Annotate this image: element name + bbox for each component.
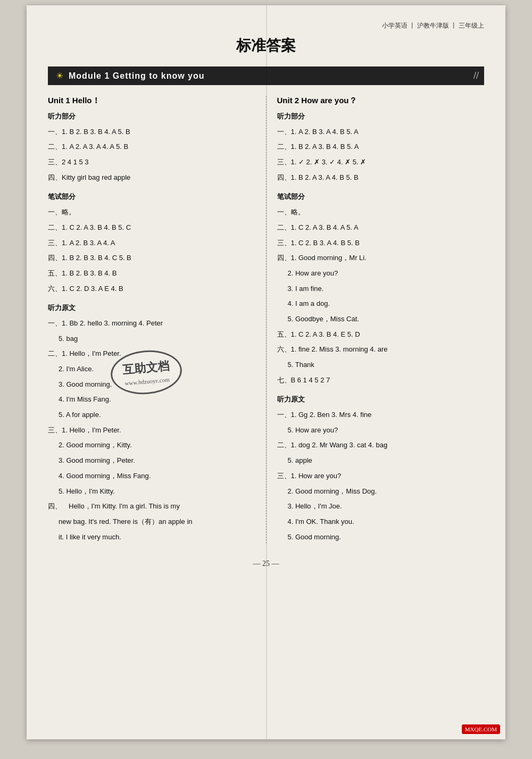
bulb-icon: ☀ (56, 71, 63, 81)
left-t1a: 一、1. Bb 2. hello 3. morning 4. Peter (48, 317, 255, 330)
unit1-title: Unit 1 Hello！ (48, 96, 255, 106)
right-t3c: 3. Hello，I'm Joe. (277, 500, 485, 513)
unit2-title: Unit 2 How are you？ (277, 96, 485, 106)
module-title: Module 1 Getting to know you (69, 71, 205, 81)
left-transcript-label: 听力原文 (48, 302, 255, 315)
left-w6: 六、1. C 2. D 3. A E 4. B (48, 282, 255, 296)
left-listening-label: 听力部分 (48, 110, 255, 123)
right-transcript-label: 听力原文 (277, 393, 485, 406)
right-written-label: 笔试部分 (277, 190, 485, 204)
right-t1b: 5. How are you? (277, 424, 485, 437)
page-title: 标准答案 (48, 36, 484, 56)
left-w3: 三、1. A 2. B 3. A 4. A (48, 237, 255, 250)
left-t3a: 三、1. Hello，I'm Peter. (48, 424, 255, 437)
right-t2a: 二、1. dog 2. Mr Wang 3. cat 4. bag (277, 439, 485, 452)
right-t2b: 5. apple (277, 454, 485, 468)
left-l2: 二、1. A 2. A 3. A 4. A 5. B (48, 140, 255, 154)
left-t3b: 2. Good morning，Kitty. (48, 439, 255, 452)
left-t4c: it. I like it very much. (48, 531, 255, 544)
right-w4c: 3. I am fine. (277, 282, 485, 296)
right-t1a: 一、1. Gg 2. Ben 3. Mrs 4. fine (277, 408, 485, 422)
left-t3d: 4. Good morning，Miss Fang. (48, 470, 255, 483)
right-w5: 五、1. C 2. A 3. B 4. E 5. D (277, 328, 485, 341)
left-w2: 二、1. C 2. A 3. B 4. B 5. C (48, 221, 255, 235)
book-info: 小学英语 丨 沪教牛津版 丨 三年级上 (48, 21, 484, 30)
right-w4a: 四、1. Good morning，Mr Li. (277, 252, 485, 265)
left-t4a: 四、 Hello，I'm Kitty. I'm a girl. This is … (48, 500, 255, 513)
left-t1b: 5. bag (48, 332, 255, 346)
right-w7: 七、B 6 1 4 5 2 7 (277, 374, 485, 387)
right-listening-label: 听力部分 (277, 110, 485, 123)
left-w1: 一、略。 (48, 206, 255, 219)
site-badge: MXQE.COM (462, 724, 500, 734)
right-w4e: 5. Goodbye，Miss Cat. (277, 313, 485, 326)
page: 小学英语 丨 沪教牛津版 丨 三年级上 标准答案 ☀ Module 1 Gett… (27, 5, 505, 739)
left-l3: 三、2 4 1 5 3 (48, 156, 255, 169)
right-column: Unit 2 How are you？ 听力部分 一、1. A 2. B 3. … (267, 96, 485, 544)
right-w4b: 2. How are you? (277, 267, 485, 280)
right-t3d: 4. I'm OK. Thank you. (277, 515, 485, 529)
right-w3: 三、1. C 2. B 3. A 4. B 5. B (277, 237, 485, 250)
left-l4: 四、Kitty girl bag red apple (48, 171, 255, 185)
right-l1: 一、1. A 2. B 3. A 4. B 5. A (277, 126, 485, 139)
right-l4: 四、1. B 2. A 3. A 4. B 5. B (277, 171, 485, 185)
left-t2e: 5. A for apple. (48, 408, 255, 422)
right-l3: 三、1. ✓ 2. ✗ 3. ✓ 4. ✗ 5. ✗ (277, 156, 485, 169)
module-banner: ☀ Module 1 Getting to know you // (48, 66, 484, 85)
left-t2b: 2. I'm Alice. (48, 363, 255, 376)
content-area: Unit 1 Hello！ 听力部分 一、1. B 2. B 3. B 4. A… (48, 96, 484, 544)
page-number: — 25 — (48, 560, 484, 568)
right-l2: 二、1. B 2. A 3. B 4. B 5. A (277, 140, 485, 154)
right-t3a: 三、1. How are you? (277, 470, 485, 483)
left-l1: 一、1. B 2. B 3. B 4. A 5. B (48, 126, 255, 139)
left-t3e: 5. Hello，I'm Kitty. (48, 485, 255, 498)
left-w4: 四、1. B 2. B 3. B 4. C 5. B (48, 252, 255, 265)
right-w1: 一、略。 (277, 206, 485, 219)
right-t3b: 2. Good morning，Miss Dog. (277, 485, 485, 498)
left-t3c: 3. Good morning，Peter. (48, 454, 255, 468)
right-w2: 二、1. C 2. A 3. B 4. A 5. A (277, 221, 485, 235)
left-t2d: 4. I'm Miss Fang. (48, 393, 255, 406)
left-t2a: 二、1. Hello，I'm Peter. (48, 347, 255, 361)
right-w6b: 5. Thank (277, 358, 485, 372)
right-w6a: 六、1. fine 2. Miss 3. morning 4. are (277, 343, 485, 356)
left-written-label: 笔试部分 (48, 190, 255, 204)
right-w4d: 4. I am a dog. (277, 297, 485, 311)
bottom-logo: MXQE.COM (462, 724, 500, 734)
left-t4b: new bag. It's red. There is（有）an apple i… (48, 515, 255, 529)
right-t3e: 5. Good morning. (277, 531, 485, 544)
decoration-lines: // (473, 70, 479, 81)
left-t2c: 3. Good morning. (48, 378, 255, 391)
left-w5: 五、1. B 2. B 3. B 4. B (48, 267, 255, 280)
left-column: Unit 1 Hello！ 听力部分 一、1. B 2. B 3. B 4. A… (48, 96, 267, 544)
